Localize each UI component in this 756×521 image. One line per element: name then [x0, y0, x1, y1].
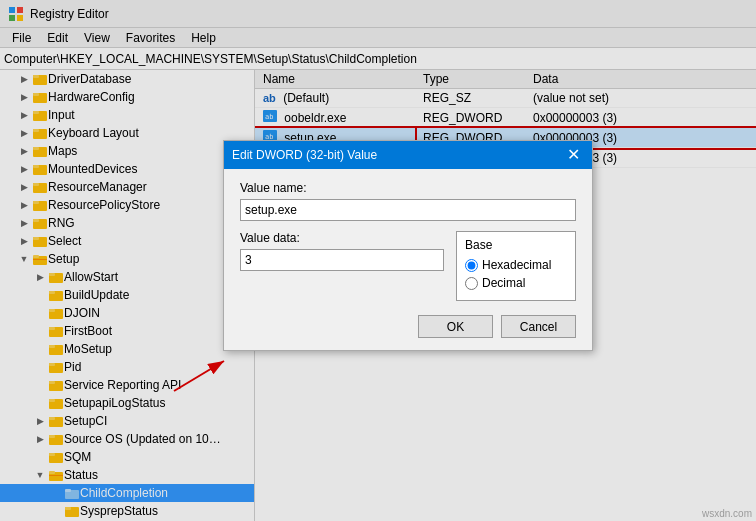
dialog-data-row: Value data: Base Hexadecimal Decimal [240, 231, 576, 301]
value-data-section: Value data: [240, 231, 444, 271]
base-label: Base [465, 238, 567, 252]
hexadecimal-radio[interactable] [465, 259, 478, 272]
cancel-button[interactable]: Cancel [501, 315, 576, 338]
base-section: Base Hexadecimal Decimal [456, 231, 576, 301]
arrow-indicator [164, 351, 234, 404]
decimal-option[interactable]: Decimal [465, 276, 567, 290]
hexadecimal-option[interactable]: Hexadecimal [465, 258, 567, 272]
ok-button[interactable]: OK [418, 315, 493, 338]
value-name-label: Value name: [240, 181, 576, 195]
decimal-label: Decimal [482, 276, 525, 290]
dialog-body: Value name: Value data: Base Hexadecimal… [224, 169, 592, 350]
dialog-title-bar: Edit DWORD (32-bit) Value ✕ [224, 141, 592, 169]
value-data-label: Value data: [240, 231, 444, 245]
edit-dword-dialog: Edit DWORD (32-bit) Value ✕ Value name: … [223, 140, 593, 351]
dialog-close-button[interactable]: ✕ [563, 147, 584, 163]
dialog-overlay: Edit DWORD (32-bit) Value ✕ Value name: … [0, 0, 756, 521]
dialog-buttons: OK Cancel [240, 315, 576, 338]
hexadecimal-label: Hexadecimal [482, 258, 551, 272]
value-name-input[interactable] [240, 199, 576, 221]
decimal-radio[interactable] [465, 277, 478, 290]
dialog-title: Edit DWORD (32-bit) Value [232, 148, 377, 162]
svg-line-63 [174, 361, 224, 391]
value-data-input[interactable] [240, 249, 444, 271]
